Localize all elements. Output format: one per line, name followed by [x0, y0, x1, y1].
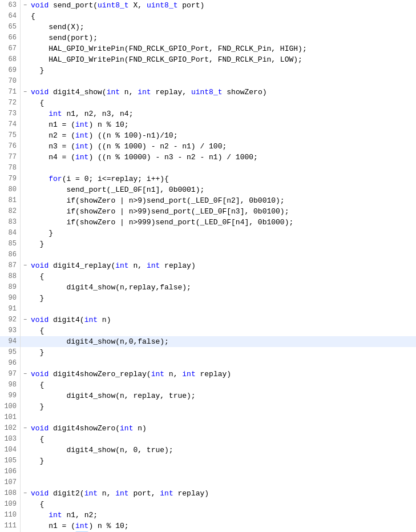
collapse-icon: [21, 499, 29, 510]
code-line: 99 digit4_show(n, replay, true);: [0, 390, 416, 401]
code-line: 79 for(i = 0; i<=replay; i++){: [0, 174, 416, 184]
collapse-icon[interactable]: −: [21, 315, 29, 325]
collapse-icon: [21, 239, 29, 249]
code-content: [29, 76, 416, 87]
code-content: if(showZero | n>9)send_port(_LED_0F[n2],…: [29, 195, 416, 206]
code-content: }: [29, 293, 416, 304]
code-content: n4 = (int) ((n % 10000) - n3 - n2 - n1) …: [29, 152, 416, 163]
line-number: 98: [0, 380, 21, 390]
line-number: 86: [0, 249, 21, 260]
code-line: 110 int n1, n2;: [0, 510, 416, 521]
code-content: {: [29, 11, 416, 22]
code-line: 95 }: [0, 347, 416, 358]
collapse-icon[interactable]: −: [21, 488, 29, 499]
code-line: 76 n3 = (int) ((n % 1000) - n2 - n1) / 1…: [0, 141, 416, 152]
code-content: {: [29, 98, 416, 108]
code-content: n2 = (int) ((n % 100)-n1)/10;: [29, 130, 416, 141]
code-content: void digit4_replay(int n, int replay): [29, 260, 416, 271]
collapse-icon: [21, 33, 29, 43]
line-number: 63: [0, 0, 21, 11]
code-line: 74 n1 = (int) n % 10;: [0, 119, 416, 130]
token: int: [138, 87, 151, 98]
token: n1 = (: [31, 119, 75, 130]
token: ) ((n % 1000) - n2 - n1) / 100;: [88, 141, 227, 152]
collapse-icon[interactable]: −: [21, 369, 29, 380]
line-number: 67: [0, 43, 21, 54]
collapse-icon: [21, 293, 29, 304]
collapse-icon: [21, 521, 29, 531]
code-line: 73 int n1, n2, n3, n4;: [0, 108, 416, 119]
collapse-icon: [21, 228, 29, 239]
token: void: [31, 423, 49, 434]
collapse-icon: [21, 466, 29, 477]
code-line: 98 {: [0, 380, 416, 390]
line-number: 82: [0, 206, 21, 217]
code-content: void digit4showZero_replay(int n, int re…: [29, 369, 416, 380]
code-line: 83 if(showZero | n>999)send_port(_LED_0F…: [0, 217, 416, 228]
line-number: 72: [0, 98, 21, 108]
token: digit4showZero_replay(: [49, 369, 151, 380]
collapse-icon: [21, 445, 29, 456]
line-number: 95: [0, 347, 21, 358]
code-content: }: [29, 456, 416, 466]
token: {: [31, 98, 44, 108]
line-number: 99: [0, 390, 21, 401]
collapse-icon: [21, 282, 29, 293]
line-number: 96: [0, 358, 21, 369]
code-content: {: [29, 499, 416, 510]
token: if(showZero | n>99)send_port(_LED_0F[n3]…: [31, 206, 289, 217]
token: ) ((n % 10000) - n3 - n2 - n1) / 1000;: [88, 152, 257, 163]
collapse-icon: [21, 22, 29, 33]
token: }: [31, 347, 44, 358]
token: int: [115, 488, 128, 499]
line-number: 80: [0, 184, 21, 195]
token: int: [182, 369, 195, 380]
token: digit4showZero(: [49, 423, 120, 434]
line-number: 76: [0, 141, 21, 152]
line-number: 81: [0, 195, 21, 206]
collapse-icon[interactable]: −: [21, 87, 29, 98]
collapse-icon: [21, 477, 29, 488]
code-content: void digit4_show(int n, int replay, uint…: [29, 87, 416, 98]
token: n): [98, 315, 111, 325]
token: {: [31, 499, 44, 510]
code-content: {: [29, 325, 416, 336]
token: digit4_show(n,0,false);: [31, 336, 169, 347]
token: if(showZero | n>9)send_port(_LED_0F[n2],…: [31, 195, 285, 206]
code-line: 93 {: [0, 325, 416, 336]
code-line: 68 HAL_GPIO_WritePin(FND_RCLK_GPIO_Port,…: [0, 54, 416, 65]
line-number: 102: [0, 423, 21, 434]
token: HAL_GPIO_WritePin(FND_RCLK_GPIO_Port, FN…: [31, 43, 307, 54]
token: {: [31, 271, 44, 282]
collapse-icon: [21, 217, 29, 228]
collapse-icon: [21, 325, 29, 336]
token: n2 = (: [31, 130, 75, 141]
code-line: 108−void digit2(int n, int port, int rep…: [0, 488, 416, 499]
token: replay): [196, 369, 231, 380]
token: {: [31, 380, 44, 390]
collapse-icon: [21, 43, 29, 54]
token: int: [84, 315, 98, 325]
line-number: 104: [0, 445, 21, 456]
line-number: 107: [0, 477, 21, 488]
code-line: 75 n2 = (int) ((n % 100)-n1)/10;: [0, 130, 416, 141]
collapse-icon[interactable]: −: [21, 423, 29, 434]
collapse-icon: [21, 195, 29, 206]
token: ) ((n % 100)-n1)/10;: [88, 130, 177, 141]
collapse-icon: [21, 206, 29, 217]
collapse-icon: [21, 98, 29, 108]
code-content: [29, 477, 416, 488]
code-line: 89 digit4_show(n,replay,false);: [0, 282, 416, 293]
token: n,: [164, 369, 182, 380]
collapse-icon[interactable]: −: [21, 0, 29, 11]
code-content: if(showZero | n>999)send_port(_LED_0F[n4…: [29, 217, 416, 228]
collapse-icon[interactable]: −: [21, 260, 29, 271]
code-line: 87−void digit4_replay(int n, int replay): [0, 260, 416, 271]
code-content: digit4_show(n, 0, true);: [29, 445, 416, 456]
code-line: 65 send(X);: [0, 22, 416, 33]
collapse-icon: [21, 271, 29, 282]
token: for: [49, 174, 62, 184]
token: send_port(_LED_0F[n1], 0b0001);: [31, 184, 204, 195]
line-number: 70: [0, 76, 21, 87]
code-content: void send_port(uint8_t X, uint8_t port): [29, 0, 416, 11]
